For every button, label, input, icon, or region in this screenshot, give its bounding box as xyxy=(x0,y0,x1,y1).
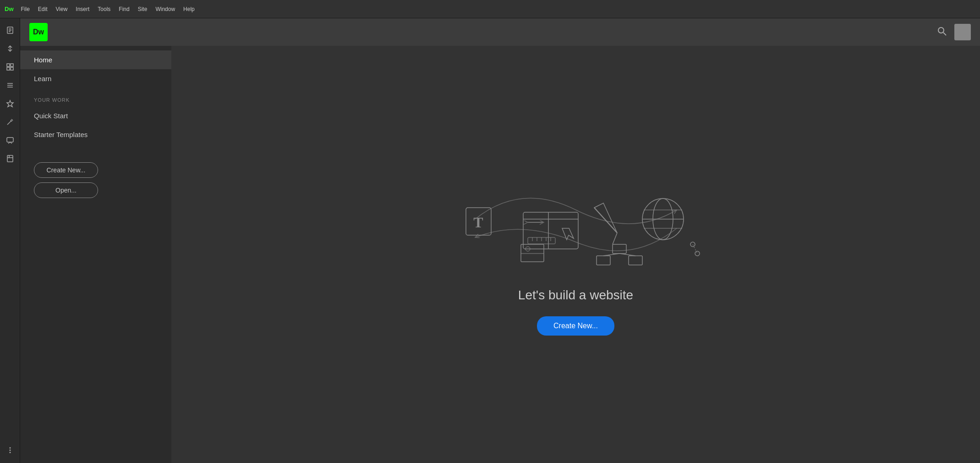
sidebar-item-starter-templates[interactable]: Starter Templates xyxy=(20,125,171,144)
grid-icon[interactable] xyxy=(2,59,18,75)
new-file-icon[interactable] xyxy=(2,22,18,39)
sidebar-item-quickstart[interactable]: Quick Start xyxy=(20,106,171,125)
svg-rect-17 xyxy=(7,155,13,162)
chat-icon[interactable] xyxy=(2,132,18,149)
magic-wand-icon[interactable] xyxy=(2,114,18,130)
menu-tools[interactable]: Tools xyxy=(98,6,110,12)
svg-line-46 xyxy=(619,254,635,256)
svg-rect-44 xyxy=(629,256,642,265)
svg-point-22 xyxy=(9,452,11,453)
menu-edit[interactable]: Edit xyxy=(38,6,48,12)
header-right xyxy=(937,24,971,40)
menu-site[interactable]: Site xyxy=(138,6,148,12)
svg-line-54 xyxy=(693,244,697,254)
menu-help[interactable]: Help xyxy=(183,6,195,12)
search-icon[interactable] xyxy=(937,26,947,39)
svg-rect-43 xyxy=(597,256,610,265)
svg-rect-16 xyxy=(7,138,13,142)
main-content: T xyxy=(171,46,980,463)
sidebar-item-home[interactable]: Home xyxy=(20,50,171,69)
svg-rect-7 xyxy=(7,67,10,70)
svg-line-24 xyxy=(943,33,946,35)
svg-text:T: T xyxy=(473,214,483,231)
header-bar: Dw xyxy=(20,18,980,46)
svg-point-21 xyxy=(9,450,11,451)
content-wrapper: Home Learn YOUR WORK Quick Start Starter… xyxy=(20,46,980,463)
sidebar-section-label: YOUR WORK xyxy=(20,88,171,106)
bookmark-icon[interactable] xyxy=(2,150,18,167)
hero-illustration: T xyxy=(438,173,713,274)
sync-icon[interactable] xyxy=(2,40,18,57)
avatar[interactable] xyxy=(954,24,971,40)
menu-insert[interactable]: Insert xyxy=(76,6,89,12)
star-icon[interactable] xyxy=(2,95,18,112)
svg-marker-12 xyxy=(7,100,13,107)
menu-view[interactable]: View xyxy=(56,6,68,12)
svg-line-14 xyxy=(11,119,13,121)
svg-line-41 xyxy=(613,233,617,244)
illustration-area: T xyxy=(438,173,713,336)
list-icon[interactable] xyxy=(2,77,18,94)
svg-rect-8 xyxy=(11,67,13,70)
menubar: Dw File Edit View Insert Tools Find Site… xyxy=(0,0,980,18)
svg-line-45 xyxy=(603,254,619,256)
icon-toolbar xyxy=(0,18,20,463)
svg-point-23 xyxy=(938,28,944,33)
svg-marker-36 xyxy=(562,228,574,240)
menu-file[interactable]: File xyxy=(21,6,30,12)
hero-create-new-button[interactable]: Create New... xyxy=(537,316,614,336)
svg-point-20 xyxy=(9,447,11,449)
menubar-logo: Dw xyxy=(5,6,14,12)
open-button[interactable]: Open... xyxy=(34,182,98,198)
svg-line-13 xyxy=(7,121,11,125)
create-new-button[interactable]: Create New... xyxy=(34,162,98,178)
sidebar: Home Learn YOUR WORK Quick Start Starter… xyxy=(20,46,171,463)
svg-point-53 xyxy=(695,251,700,256)
svg-rect-42 xyxy=(613,244,626,254)
svg-rect-6 xyxy=(11,64,13,66)
main-container: Dw Home Learn YOUR WORK Quick S xyxy=(0,18,980,463)
dw-logo: Dw xyxy=(29,23,48,41)
sidebar-buttons: Create New... Open... xyxy=(20,149,171,212)
sidebar-nav: Home Learn YOUR WORK Quick Start Starter… xyxy=(20,46,171,149)
svg-rect-38 xyxy=(521,244,544,262)
menu-window[interactable]: Window xyxy=(155,6,175,12)
svg-rect-5 xyxy=(7,64,10,66)
menu-find[interactable]: Find xyxy=(119,6,129,12)
more-icon[interactable] xyxy=(2,442,18,458)
hero-text: Let's build a website xyxy=(518,288,633,303)
sidebar-item-learn[interactable]: Learn xyxy=(20,69,171,88)
